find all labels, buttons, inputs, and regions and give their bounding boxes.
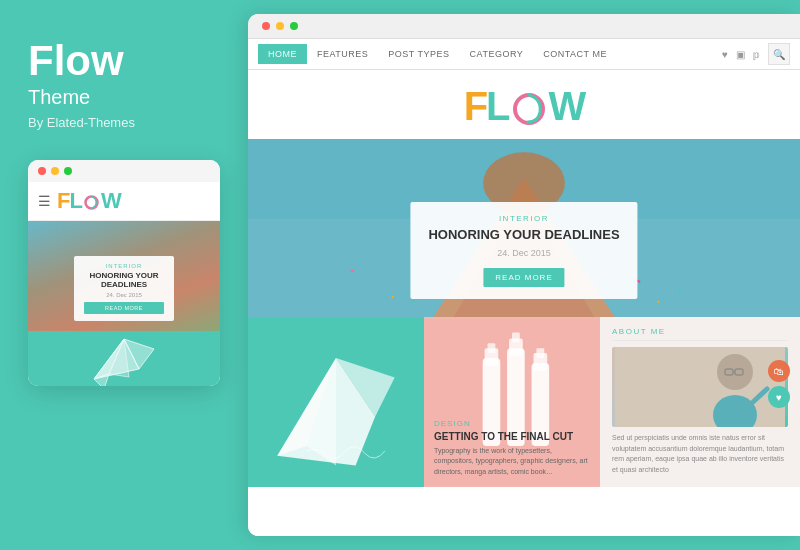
dot-red: [38, 167, 46, 175]
grid-desc-2: Typography is the work of typesetters, c…: [434, 446, 590, 478]
mobile-hero-card: INTERIOR HONORING YOUR DEADLINES 24. Dec…: [74, 256, 174, 321]
browser-content: FL W: [248, 70, 800, 536]
hero-date: 24. Dec 2015: [428, 248, 619, 258]
nav-item-contact[interactable]: CONTACT ME: [533, 44, 617, 64]
site-logo-area: FL W: [248, 70, 800, 139]
site-logo: FL W: [248, 84, 800, 129]
search-icon[interactable]: 🔍: [768, 43, 790, 65]
mobile-bottom-section: [28, 331, 220, 386]
mobile-logo: FLW: [57, 188, 121, 214]
hamburger-icon: ☰: [38, 193, 51, 209]
bottom-grid: DESIGN GETTING TO THE FINAL CUT Typograp…: [248, 317, 800, 487]
hero-content-card: INTERIOR HONORING YOUR DEADLINES 24. Dec…: [410, 202, 637, 299]
browser-nav-bar: HOME FEATURES POST TYPES CATEGORY CONTAC…: [248, 39, 800, 70]
social-icon-1: ♥: [722, 49, 728, 60]
side-action-buttons: 🛍 ♥: [768, 360, 790, 408]
cart-button[interactable]: 🛍: [768, 360, 790, 382]
grid-item-2-content: DESIGN GETTING TO THE FINAL CUT Typograp…: [434, 419, 590, 478]
dot-green: [64, 167, 72, 175]
mobile-hero-banner: INTERIOR HONORING YOUR DEADLINES 24. Dec…: [28, 221, 220, 331]
svg-rect-33: [615, 347, 785, 427]
grid-title-2: GETTING TO THE FINAL CUT: [434, 431, 590, 442]
person-illustration: [612, 347, 788, 427]
logo-l-letter: L: [486, 84, 508, 128]
about-person-image: [612, 347, 788, 427]
brand-by: By Elated-Themes: [28, 115, 135, 130]
mobile-logo-o-icon: [83, 194, 100, 211]
mobile-preview-card: ☰ FLW INTERIOR HONORING YOUR DEADLINES 2…: [28, 160, 220, 386]
logo-f-letter: F: [464, 84, 486, 128]
social-icon-3: 𝕡: [753, 49, 760, 60]
svg-rect-26: [488, 343, 496, 353]
hero-read-more-button[interactable]: READ MORE: [483, 268, 564, 287]
nav-item-home[interactable]: HOME: [258, 44, 307, 64]
browser-mockup: HOME FEATURES POST TYPES CATEGORY CONTAC…: [248, 14, 800, 536]
nav-item-post-types[interactable]: POST TYPES: [378, 44, 459, 64]
dot-yellow: [51, 167, 59, 175]
svg-rect-29: [512, 333, 520, 343]
browser-chrome: [248, 14, 800, 39]
about-text: Sed ut perspiciatis unde omnis iste natu…: [612, 433, 788, 475]
mobile-hero-date: 24. Dec 2015: [84, 292, 164, 298]
nav-items: HOME FEATURES POST TYPES CATEGORY CONTAC…: [258, 44, 617, 64]
nav-icons: ♥ ▣ 𝕡 🔍: [722, 43, 790, 65]
nav-item-features[interactable]: FEATURES: [307, 44, 378, 64]
hero-title: HONORING YOUR DEADLINES: [428, 227, 619, 244]
logo-w-letter: W: [549, 84, 585, 128]
grid-item-bottles: DESIGN GETTING TO THE FINAL CUT Typograp…: [424, 317, 600, 487]
browser-dot-red: [262, 22, 270, 30]
grid-tag-2: DESIGN: [434, 419, 590, 428]
grid-item-bird: [248, 317, 424, 487]
brand-title: Flow: [28, 40, 124, 82]
mobile-read-more-button[interactable]: READ MORE: [84, 302, 164, 314]
mobile-bird-icon: [84, 319, 164, 387]
hero-banner: INTERIOR HONORING YOUR DEADLINES 24. Dec…: [248, 139, 800, 317]
social-icon-2: ▣: [736, 49, 745, 60]
brand-subtitle: Theme: [28, 86, 90, 109]
browser-dot-green: [290, 22, 298, 30]
wishlist-button[interactable]: ♥: [768, 386, 790, 408]
mobile-hero-title: HONORING YOUR DEADLINES: [84, 271, 164, 290]
origami-bird-illustration: [248, 317, 424, 487]
mobile-nav-bar: ☰ FLW: [28, 182, 220, 221]
hero-tag: INTERIOR: [428, 214, 619, 223]
mobile-hero-tag: INTERIOR: [84, 263, 164, 269]
svg-rect-32: [536, 348, 544, 358]
nav-item-category[interactable]: CATEGORY: [460, 44, 534, 64]
left-panel: Flow Theme By Elated-Themes ☰ FLW INTERI…: [0, 0, 248, 550]
mobile-card-chrome: [28, 160, 220, 182]
browser-dot-yellow: [276, 22, 284, 30]
logo-o-icon: [510, 90, 548, 128]
about-tag: ABOUT ME: [612, 327, 788, 341]
